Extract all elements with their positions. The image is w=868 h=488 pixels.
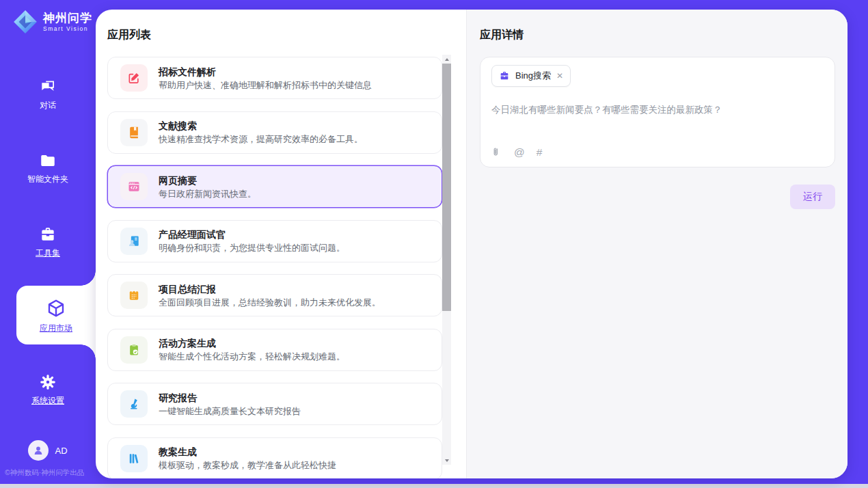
- sidebar-item-label: 系统设置: [31, 396, 64, 405]
- sidebar-item-app-market[interactable]: 应用市场: [16, 286, 96, 344]
- app-card-desc: 明确身份和职责，为您提供专业性的面试问题。: [159, 243, 345, 253]
- cube-icon: [46, 298, 66, 318]
- tool-tag-bing-search[interactable]: Bing搜索 ✕: [491, 65, 571, 87]
- books-icon: [120, 445, 148, 472]
- app-card-desc: 智能生成个性化活动方案，轻松解决规划难题。: [159, 351, 345, 362]
- gear-icon: [39, 373, 57, 391]
- run-button[interactable]: 运行: [790, 185, 835, 209]
- book-icon: [120, 119, 148, 146]
- at-sign-icon[interactable]: @: [514, 147, 525, 158]
- app-card-title: 项目总结汇报: [159, 284, 381, 295]
- calendar-note-icon: [120, 282, 148, 309]
- app-card-desc: 快速精准查找学术资源，提高研究效率的必备工具。: [159, 134, 363, 144]
- folder-icon: [39, 152, 57, 170]
- copyright-text: ©神州数码·神州问学出品: [5, 468, 84, 478]
- interviewer-icon: [120, 228, 148, 255]
- app-card-project-summary[interactable]: 项目总结汇报 全面回顾项目进展，总结经验教训，助力未来优化发展。: [107, 274, 442, 316]
- app-card-literature-search[interactable]: 文献搜索 快速精准查找学术资源，提高研究效率的必备工具。: [107, 111, 442, 154]
- briefcase-icon: [499, 70, 510, 81]
- app-card-pm-interviewer[interactable]: 产品经理面试官 明确身份和职责，为您提供专业性的面试问题。: [107, 220, 442, 262]
- app-list-pane: 应用列表 招标文件解析 帮助用户快速、准确地理解和解析招标书中的关键信息: [96, 10, 466, 478]
- curve-connector: [81, 344, 96, 360]
- list-scrollbar[interactable]: [442, 55, 451, 465]
- sidebar-item-label: 对话: [40, 100, 56, 110]
- hash-icon[interactable]: #: [537, 147, 543, 158]
- user-account[interactable]: AD: [0, 440, 96, 461]
- avatar: [28, 440, 49, 461]
- sidebar-item-label: 工具集: [36, 248, 60, 258]
- browser-code-icon: [120, 173, 148, 200]
- close-icon[interactable]: ✕: [556, 72, 563, 80]
- sidebar: 神州问学 Smart Vision 对话: [0, 0, 96, 484]
- app-card-title: 教案生成: [159, 446, 336, 457]
- app-detail-title: 应用详情: [480, 27, 835, 42]
- app-card-title: 招标文件解析: [159, 66, 372, 77]
- app-shell: 神州问学 Smart Vision 对话: [0, 0, 868, 484]
- sidebar-item-toolset[interactable]: 工具集: [0, 221, 96, 261]
- sidebar-nav: 对话 智能文件夹 工具集: [0, 0, 96, 409]
- person-icon: [32, 444, 44, 457]
- app-card-title: 网页摘要: [159, 175, 256, 186]
- sidebar-item-label: 智能文件夹: [27, 174, 68, 184]
- chat-icon: [39, 78, 57, 96]
- app-card-event-plan[interactable]: 活动方案生成 智能生成个性化活动方案，轻松解决规划难题。: [107, 329, 442, 371]
- app-detail-pane: 应用详情 Bing搜索 ✕ 今日湖北有哪些新闻要点？有哪些需要关注的最新政策？: [466, 10, 847, 478]
- app-card-title: 产品经理面试官: [159, 229, 345, 240]
- app-card-research-report[interactable]: 研究报告 一键智能生成高质量长文本研究报告: [107, 383, 442, 425]
- app-card-bid-parse[interactable]: 招标文件解析 帮助用户快速、准确地理解和解析招标书中的关键信息: [107, 57, 442, 99]
- app-card-desc: 模板驱动，教案秒成，教学准备从此轻松快捷: [159, 460, 336, 470]
- prompt-input-card[interactable]: Bing搜索 ✕ 今日湖北有哪些新闻要点？有哪些需要关注的最新政策？ @ #: [480, 57, 835, 167]
- app-card-title: 活动方案生成: [159, 338, 345, 349]
- toolbox-icon: [39, 226, 57, 243]
- run-row: 运行: [480, 185, 835, 209]
- app-card-desc: 每日政府新闻资讯快查。: [159, 189, 256, 199]
- microscope-icon: [120, 390, 148, 418]
- app-card-lesson-plan[interactable]: 教案生成 模板驱动，教案秒成，教学准备从此轻松快捷: [107, 437, 442, 479]
- sidebar-item-chat[interactable]: 对话: [0, 74, 96, 113]
- sidebar-item-smart-folders[interactable]: 智能文件夹: [0, 148, 96, 187]
- prompt-text[interactable]: 今日湖北有哪些新闻要点？有哪些需要关注的最新政策？: [491, 103, 824, 116]
- app-card-web-summary[interactable]: 网页摘要 每日政府新闻资讯快查。: [107, 165, 442, 208]
- main-panel: 应用列表 招标文件解析 帮助用户快速、准确地理解和解析招标书中的关键信息: [96, 10, 847, 478]
- app-card-desc: 一键智能生成高质量长文本研究报告: [159, 406, 301, 416]
- clipboard-check-icon: [120, 336, 148, 364]
- app-card-title: 文献搜索: [159, 120, 363, 131]
- app-card-title: 研究报告: [159, 392, 301, 403]
- app-list-title: 应用列表: [107, 27, 466, 42]
- app-card-desc: 帮助用户快速、准确地理解和解析招标书中的关键信息: [159, 80, 372, 90]
- paperclip-icon[interactable]: [492, 146, 502, 158]
- sidebar-item-settings[interactable]: 系统设置: [0, 369, 96, 409]
- scrollbar-thumb[interactable]: [442, 64, 451, 311]
- sidebar-item-label: 应用市场: [40, 323, 72, 333]
- curve-connector: [81, 271, 96, 286]
- scroll-down-arrow[interactable]: [442, 456, 451, 465]
- app-card-desc: 全面回顾项目进展，总结经验教训，助力未来优化发展。: [159, 297, 381, 308]
- compose-icon: [120, 64, 148, 92]
- app-card-list: 招标文件解析 帮助用户快速、准确地理解和解析招标书中的关键信息 文献搜索: [107, 57, 442, 478]
- attachment-toolbar: @ #: [492, 146, 542, 158]
- tool-tag-label: Bing搜索: [515, 70, 551, 82]
- scroll-up-arrow[interactable]: [442, 55, 451, 64]
- user-name: AD: [55, 446, 67, 456]
